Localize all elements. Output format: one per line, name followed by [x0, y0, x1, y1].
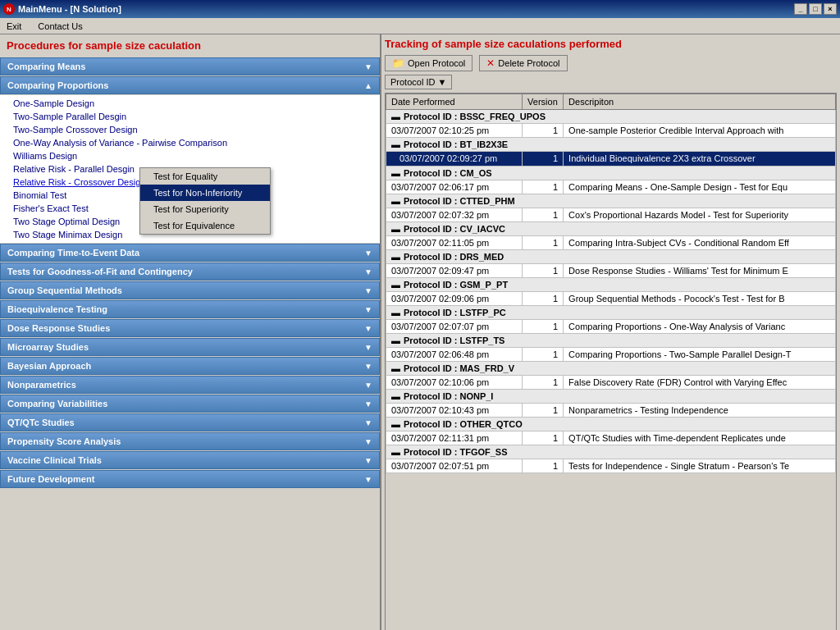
context-menu: Test for Equality Test for Non-Inferiori… [139, 167, 271, 235]
minimize-button[interactable]: _ [794, 3, 807, 15]
sub-item-1[interactable]: Two-Sample Parallel Desgin [0, 110, 380, 123]
close-button[interactable]: × [824, 3, 837, 15]
protocol-id-row[interactable]: ▬Protocol ID : CM_OS [386, 167, 836, 180]
category-comparing-proportions[interactable]: Comparing Proportions ▲ [0, 76, 380, 94]
protocol-id-row[interactable]: ▬Protocol ID : BT_IB2X3E [386, 138, 836, 152]
category-bioequivalence[interactable]: Bioequivalence Testing ▼ [0, 300, 380, 318]
expand-arrow: ▼ [364, 456, 372, 465]
collapse-btn[interactable]: ▬ [391, 168, 400, 178]
expand-arrow: ▼ [364, 305, 372, 314]
protocol-id-row[interactable]: ▬Protocol ID : CTTED_PHM [386, 194, 836, 208]
category-label: Comparing Variabilities [7, 399, 107, 409]
category-vaccine[interactable]: Vaccine Clinical Trials ▼ [0, 451, 380, 469]
category-label: Comparing Means [7, 62, 85, 71]
collapse-btn[interactable]: ▬ [391, 391, 400, 401]
expand-arrow: ▼ [364, 362, 372, 371]
category-label: Propensity Score Analysis [7, 436, 121, 446]
protocol-id-row[interactable]: ▬Protocol ID : LSTFP_PC [386, 306, 836, 320]
category-comparing-variabilities[interactable]: Comparing Variabilities ▼ [0, 395, 380, 413]
sub-item-4[interactable]: Williams Design [0, 149, 380, 162]
category-nonparametrics[interactable]: Nonparametrics ▼ [0, 376, 380, 394]
collapse-btn[interactable]: ▬ [391, 112, 400, 121]
category-label: Group Sequential Methods [7, 285, 122, 295]
context-menu-non-inferiority[interactable]: Test for Non-Inferiority [140, 185, 270, 201]
protocol-id-row[interactable]: ▬Protocol ID : LSTFP_TS [386, 334, 836, 348]
protocol-id-row[interactable]: ▬Protocol ID : MAS_FRD_V [386, 362, 836, 376]
window-title: MainMenu - [N Solution] [18, 4, 121, 14]
sub-item-2[interactable]: Two-Sample Crossover Design [0, 123, 380, 136]
delete-icon: ✕ [486, 57, 495, 69]
expand-arrow: ▼ [364, 324, 372, 333]
collapse-btn[interactable]: ▬ [391, 308, 400, 317]
collapse-btn[interactable]: ▬ [391, 447, 400, 457]
table-row[interactable]: 03/07/2007 02:07:07 pm1Comparing Proport… [386, 320, 836, 334]
category-bayesian[interactable]: Bayesian Approach ▼ [0, 357, 380, 375]
category-propensity[interactable]: Propensity Score Analysis ▼ [0, 432, 380, 450]
open-label: Open Protocol [408, 58, 465, 68]
table-row[interactable]: 03/07/2007 02:11:05 pm1Comparing Intra-S… [386, 236, 836, 250]
protocol-id-row[interactable]: ▬Protocol ID : DRS_MED [386, 250, 836, 264]
delete-protocol-button[interactable]: ✕ Delete Protocol [479, 55, 567, 71]
category-goodness-of-fit[interactable]: Tests for Goodness-of-Fit and Contingenc… [0, 262, 380, 281]
category-group-sequential[interactable]: Group Sequential Methods ▼ [0, 281, 380, 299]
table-row[interactable]: 03/07/2007 02:10:25 pm1One-sample Poster… [386, 124, 836, 138]
open-protocol-button[interactable]: 📁 Open Protocol [385, 55, 472, 71]
collapse-btn[interactable]: ▬ [391, 363, 400, 373]
protocol-table-container[interactable]: Date Performed Version Descripiton ▬Prot… [385, 93, 837, 630]
collapse-btn[interactable]: ▬ [391, 252, 400, 262]
collapse-btn[interactable]: ▬ [391, 419, 400, 429]
collapse-btn[interactable]: ▬ [391, 224, 400, 234]
category-dose-response[interactable]: Dose Response Studies ▼ [0, 319, 380, 337]
title-bar-controls: _ □ × [794, 3, 837, 15]
context-menu-equality[interactable]: Test for Equality [140, 168, 270, 185]
table-row[interactable]: 03/07/2007 02:09:47 pm1Dose Response Stu… [386, 264, 836, 278]
collapse-btn[interactable]: ▬ [391, 336, 400, 345]
protocol-table: Date Performed Version Descripiton ▬Prot… [386, 94, 836, 473]
left-panel-header: Procedures for sample size caculation [0, 34, 380, 57]
col-date: Date Performed [386, 94, 523, 110]
maximize-button[interactable]: □ [809, 3, 822, 15]
category-future[interactable]: Future Development ▼ [0, 470, 380, 488]
table-row[interactable]: 03/07/2007 02:10:43 pm1Nonparametrics - … [386, 404, 836, 418]
protocol-id-row[interactable]: ▬Protocol ID : TFGOF_SS [386, 445, 836, 459]
expand-arrow: ▼ [364, 62, 372, 71]
exit-menu[interactable]: Exit [3, 20, 25, 33]
table-row[interactable]: 03/07/2007 02:11:31 pm1QT/QTc Studies wi… [386, 431, 836, 445]
protocol-id-row[interactable]: ▬Protocol ID : OTHER_QTCO [386, 418, 836, 431]
collapse-btn[interactable]: ▬ [391, 196, 400, 206]
expand-arrow: ▼ [364, 381, 372, 390]
category-label: Dose Response Studies [7, 323, 110, 333]
table-row[interactable]: ▶03/07/2007 02:09:27 pm1Individual Bioeq… [386, 152, 836, 167]
expand-arrow: ▼ [364, 249, 372, 258]
table-row[interactable]: 03/07/2007 02:09:06 pm1Group Sequential … [386, 292, 836, 306]
category-qt-qtc[interactable]: QT/QTc Studies ▼ [0, 413, 380, 431]
contact-menu[interactable]: Contact Us [34, 20, 85, 33]
expand-arrow: ▼ [364, 267, 372, 276]
expand-arrow: ▼ [364, 286, 372, 295]
toolbar: 📁 Open Protocol ✕ Delete Protocol [385, 55, 837, 71]
category-microarray[interactable]: Microarray Studies ▼ [0, 338, 380, 356]
protocol-id-row[interactable]: ▬Protocol ID : BSSC_FREQ_UPOS [386, 110, 836, 124]
context-menu-equivalence[interactable]: Test for Equivalence [140, 217, 270, 234]
category-comparing-time[interactable]: Comparing Time-to-Event Data ▼ [0, 244, 380, 262]
left-panel: Procedures for sample size caculation Co… [0, 34, 381, 630]
sub-item-3[interactable]: One-Way Analysis of Variance - Pairwise … [0, 136, 380, 149]
table-row[interactable]: 03/07/2007 02:07:51 pm1Tests for Indepen… [386, 459, 836, 473]
expand-arrow: ▼ [364, 437, 372, 446]
sub-item-0[interactable]: One-Sample Design [0, 97, 380, 110]
table-row[interactable]: 03/07/2007 02:07:32 pm1Cox's Proportiona… [386, 208, 836, 222]
title-bar-left: N MainMenu - [N Solution] [3, 3, 121, 15]
collapse-btn[interactable]: ▬ [391, 280, 400, 290]
context-menu-superiority[interactable]: Test for Superiority [140, 201, 270, 217]
protocol-id-bar[interactable]: Protocol ID ▼ [385, 75, 452, 89]
protocol-id-row[interactable]: ▬Protocol ID : CV_IACVC [386, 222, 836, 236]
protocol-id-row[interactable]: ▬Protocol ID : GSM_P_PT [386, 278, 836, 292]
right-panel: Tracking of sample size caculations perf… [381, 34, 840, 630]
app-icon: N [3, 3, 15, 15]
category-comparing-means[interactable]: Comparing Means ▼ [0, 57, 380, 75]
protocol-id-row[interactable]: ▬Protocol ID : NONP_I [386, 390, 836, 404]
table-row[interactable]: 03/07/2007 02:06:48 pm1Comparing Proport… [386, 348, 836, 362]
table-row[interactable]: 03/07/2007 02:06:17 pm1Comparing Means -… [386, 180, 836, 194]
table-row[interactable]: 03/07/2007 02:10:06 pm1False Discovery R… [386, 376, 836, 390]
collapse-btn[interactable]: ▬ [391, 139, 400, 149]
